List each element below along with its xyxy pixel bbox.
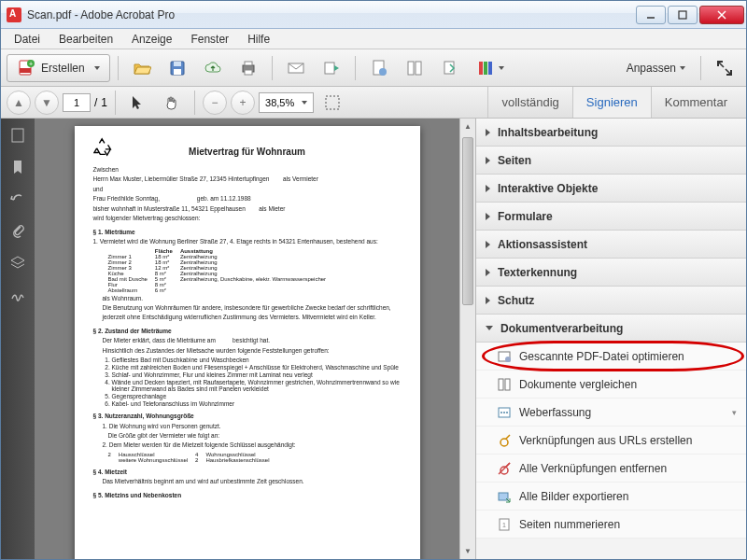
tab-full[interactable]: vollständig xyxy=(487,87,571,118)
window-title: Scan.pdf - Adobe Acrobat Pro xyxy=(27,8,634,21)
folder-open-icon xyxy=(133,59,151,77)
panel-section-5[interactable]: Texterkennung xyxy=(476,259,746,287)
chevron-down-icon xyxy=(499,66,504,70)
undo-icon[interactable] xyxy=(8,189,27,208)
marquee-icon xyxy=(324,94,341,111)
tab-sign[interactable]: Signieren xyxy=(572,87,651,118)
svg-rect-13 xyxy=(245,70,252,75)
disclosure-triangle-icon xyxy=(486,326,493,330)
select-tool-button[interactable] xyxy=(123,89,153,117)
tab-comment[interactable]: Kommentar xyxy=(651,87,740,118)
svg-rect-15 xyxy=(325,63,334,74)
window-minimize-button[interactable] xyxy=(636,6,666,24)
svg-rect-28 xyxy=(499,379,503,390)
panel-section-2[interactable]: Interaktive Objekte xyxy=(476,175,746,203)
main-toolbar: + Erstellen Anpassen xyxy=(1,49,746,87)
panel-section-1[interactable]: Seiten xyxy=(476,147,746,175)
signatures-icon[interactable] xyxy=(8,285,27,303)
panel-section-7[interactable]: Dokumentverarbeitung xyxy=(476,315,746,343)
panel-item-icon xyxy=(497,405,512,420)
share-button[interactable] xyxy=(316,54,347,82)
color-icon xyxy=(476,59,495,77)
svg-rect-12 xyxy=(245,62,252,65)
panel-item-4[interactable]: Alle Verknüpfungen entfernen xyxy=(476,455,746,483)
svg-point-31 xyxy=(500,412,502,413)
chevron-down-icon xyxy=(302,101,307,105)
fullscreen-button[interactable] xyxy=(709,54,740,82)
chevron-down-icon xyxy=(94,66,100,70)
disclosure-triangle-icon xyxy=(486,241,490,248)
create-pdf-icon: + xyxy=(17,59,35,77)
panel-item-2[interactable]: Weberfassung▾ xyxy=(476,399,746,427)
envelope-icon xyxy=(287,59,305,77)
svg-rect-24 xyxy=(326,96,339,109)
attachments-icon[interactable] xyxy=(8,221,27,240)
zoom-select[interactable]: 38,5% xyxy=(259,92,314,113)
window-maximize-button[interactable] xyxy=(668,6,698,24)
create-button-label: Erstellen xyxy=(41,62,85,75)
bookmarks-icon[interactable] xyxy=(8,158,27,176)
toolbar-btn-b[interactable] xyxy=(399,54,430,82)
panel-item-6[interactable]: 1Seiten nummerieren xyxy=(476,511,746,539)
disclosure-triangle-icon xyxy=(486,213,490,220)
disclosure-triangle-icon xyxy=(486,157,490,164)
layers-icon[interactable] xyxy=(8,253,27,272)
svg-rect-23 xyxy=(488,62,492,75)
toolbar-btn-a[interactable] xyxy=(363,54,395,82)
zoom-out-button[interactable]: − xyxy=(203,91,227,115)
hand-tool-button[interactable] xyxy=(157,89,187,117)
doc-scrollbar[interactable]: ▲▼ xyxy=(459,119,475,559)
panel-item-5[interactable]: Alle Bilder exportieren xyxy=(476,483,746,511)
window-titlebar: Scan.pdf - Adobe Acrobat Pro xyxy=(1,1,746,29)
menu-view[interactable]: Anzeige xyxy=(122,30,181,49)
page-number-input[interactable] xyxy=(63,93,91,112)
thumbnails-icon[interactable] xyxy=(8,126,27,145)
cloud-upload-icon xyxy=(204,59,222,77)
toolbar-btn-d[interactable] xyxy=(470,54,511,82)
marquee-zoom-button[interactable] xyxy=(317,89,347,117)
recycle-icon xyxy=(93,137,114,158)
menu-file[interactable]: Datei xyxy=(5,30,49,49)
panel-section-4[interactable]: Aktionsassistent xyxy=(476,231,746,259)
disclosure-triangle-icon xyxy=(486,185,490,192)
panel-section-6[interactable]: Schutz xyxy=(476,287,746,315)
svg-text:1: 1 xyxy=(502,522,506,528)
open-button[interactable] xyxy=(126,54,158,82)
svg-rect-10 xyxy=(174,69,181,75)
zoom-in-button[interactable]: + xyxy=(231,91,255,115)
print-icon xyxy=(239,59,258,77)
panel-item-3[interactable]: Verknüpfungen aus URLs erstellen xyxy=(476,427,746,455)
menu-edit[interactable]: Bearbeiten xyxy=(49,30,122,49)
document-viewport[interactable]: Mietvertrag für Wohnraum Zwischen Herrn … xyxy=(35,119,459,559)
panel-item-icon: 1 xyxy=(497,517,512,532)
create-button[interactable]: + Erstellen xyxy=(7,54,110,82)
disclosure-triangle-icon xyxy=(486,129,490,136)
svg-rect-29 xyxy=(505,379,510,390)
print-button[interactable] xyxy=(233,54,264,82)
email-button[interactable] xyxy=(280,54,312,82)
svg-point-17 xyxy=(379,68,387,76)
panel-section-0[interactable]: Inhaltsbearbeitung xyxy=(476,119,746,147)
save-button[interactable] xyxy=(162,54,193,82)
save-icon xyxy=(168,59,187,77)
export-icon xyxy=(441,59,459,77)
page-up-button[interactable]: ▲ xyxy=(7,91,31,115)
cloud-button[interactable] xyxy=(197,54,229,82)
panel-section-3[interactable]: Formulare xyxy=(476,203,746,231)
panel-item-icon xyxy=(497,349,512,364)
menu-bar: Datei Bearbeiten Anzeige Fenster Hilfe xyxy=(1,29,746,49)
organize-icon xyxy=(405,59,424,77)
menu-window[interactable]: Fenster xyxy=(181,30,238,49)
menu-help[interactable]: Hilfe xyxy=(238,30,279,49)
panel-item-1[interactable]: Dokumente vergleichen xyxy=(476,371,746,399)
svg-rect-5 xyxy=(20,68,31,73)
svg-rect-9 xyxy=(174,62,181,66)
customize-button[interactable]: Anpassen xyxy=(619,62,693,75)
page-down-button[interactable]: ▼ xyxy=(35,91,59,115)
rooms-table: FlächeAusstattungZimmer 118 m²Zentralhei… xyxy=(108,248,334,293)
toolbar-btn-c[interactable] xyxy=(434,54,466,82)
svg-rect-22 xyxy=(484,62,487,75)
window-close-button[interactable] xyxy=(699,6,744,24)
tools-panel: InhaltsbearbeitungSeitenInteraktive Obje… xyxy=(475,119,746,559)
panel-item-0[interactable]: Gescannte PDF-Datei optimieren xyxy=(476,343,746,371)
